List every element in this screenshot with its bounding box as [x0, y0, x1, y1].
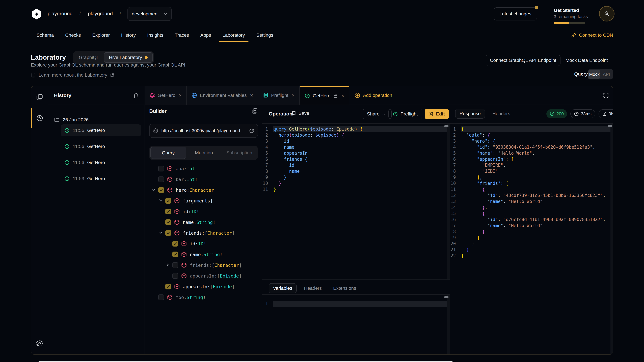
chevron-right-icon[interactable]	[165, 263, 171, 268]
field-checkbox[interactable]	[172, 252, 178, 257]
history-date-group[interactable]: 26 Jan 2026	[54, 117, 88, 123]
field-checkbox[interactable]	[158, 166, 164, 171]
close-icon[interactable]: ×	[341, 93, 344, 99]
latest-changes-button[interactable]: Latest changes	[494, 7, 537, 20]
response-tab-headers[interactable]: Headers	[488, 109, 514, 118]
target-select[interactable]: development	[128, 7, 172, 21]
tree-row-id[interactable]: id: ID!	[144, 206, 262, 217]
lab-mode-option-graphiql[interactable]: GraphiQL	[74, 52, 104, 63]
workspace-tab-environment-variables[interactable]: Environment Variables×	[187, 86, 258, 105]
history-item[interactable]: 11:56GetHero	[61, 157, 141, 169]
lab-mode-option-hive-laboratory[interactable]: Hive Laboratory	[104, 52, 153, 63]
line-number: 6	[262, 156, 273, 162]
mock-data-endpoint-button[interactable]: Mock Data Endpoint	[566, 55, 608, 66]
operation-type-mutation[interactable]: Mutation	[186, 147, 222, 159]
history-item-name: GetHero	[87, 128, 105, 133]
history-item-time: 11:56	[73, 160, 84, 165]
hive-logo-icon[interactable]	[31, 8, 42, 20]
field-checkbox[interactable]	[158, 295, 164, 300]
minimap-track[interactable]	[447, 124, 450, 279]
tree-row-bar[interactable]: bar: Int!	[144, 174, 262, 185]
operation-editor[interactable]: 1query GetHero($episode: Episode) {2 her…	[262, 126, 450, 192]
lock-icon	[333, 93, 338, 98]
field-checkbox[interactable]	[172, 273, 178, 279]
query-mode-mock[interactable]: Mock	[588, 70, 600, 79]
operation-type-query[interactable]: Query	[150, 147, 186, 159]
tree-row-friends[interactable]: friends: [Character]	[144, 228, 262, 238]
breadcrumb-org[interactable]: playground	[48, 11, 72, 16]
trash-icon[interactable]	[132, 92, 139, 99]
response-tab-response[interactable]: Response	[455, 109, 485, 119]
chevron-down-icon[interactable]	[151, 187, 157, 193]
nav-tab-explorer[interactable]: Explorer	[86, 28, 116, 42]
add-operation-button[interactable]: Add operation	[349, 86, 398, 105]
get-started-widget[interactable]: Get Started 3 remaining tasks	[554, 8, 586, 24]
minimap-track[interactable]	[447, 295, 450, 355]
breadcrumb-project[interactable]: playground	[88, 11, 113, 16]
collections-icon[interactable]	[36, 93, 44, 101]
response-viewer[interactable]: 1{2 "data": {3 "hero": {4 "id": "9303830…	[450, 126, 613, 259]
history-item[interactable]: 11:56GetHero	[61, 124, 141, 136]
chevron-down-icon[interactable]	[158, 230, 164, 236]
tree-row-hero[interactable]: hero: Character	[144, 185, 262, 195]
field-checkbox[interactable]	[165, 219, 171, 225]
share-button[interactable]: Share ⋯	[362, 109, 392, 119]
connect-to-cdn-link[interactable]: Connect to CDN	[571, 28, 613, 42]
field-checkbox[interactable]	[172, 241, 178, 247]
field-checkbox[interactable]	[158, 187, 164, 193]
bottom-scrollbar[interactable]	[38, 361, 452, 362]
history-item[interactable]: 11:56GetHero	[61, 140, 141, 152]
edit-button[interactable]: Edit	[425, 109, 449, 119]
endpoint-url-input[interactable]: http://localhost:3000/api/lab/playground	[149, 124, 258, 138]
nav-tab-insights[interactable]: Insights	[142, 28, 169, 42]
tree-row-name[interactable]: name: String!	[144, 249, 262, 260]
chevron-down-icon[interactable]	[158, 198, 164, 203]
io-tab-extensions[interactable]: Extensions	[329, 284, 360, 293]
query-mode-api[interactable]: API	[600, 70, 612, 79]
nav-tab-laboratory[interactable]: Laboratory	[217, 28, 250, 42]
nav-tab-schema[interactable]: Schema	[31, 28, 60, 42]
field-checkbox[interactable]	[165, 230, 171, 236]
workspace-tab-gethero[interactable]: GetHero×	[300, 86, 349, 105]
tree-row-friends[interactable]: friends: [Character]	[144, 260, 262, 271]
tree-row-appearsIn[interactable]: appearsIn: [Episode]!	[144, 281, 262, 292]
collapse-panel-icon[interactable]	[251, 108, 258, 114]
nav-tab-checks[interactable]: Checks	[60, 28, 86, 42]
tree-row-appearsIn[interactable]: appearsIn: [Episode]!	[144, 271, 262, 281]
field-checkbox[interactable]	[165, 198, 171, 204]
field-checkbox[interactable]	[165, 284, 171, 290]
history-item[interactable]: 11:53GetHero	[61, 173, 141, 185]
minimap-track[interactable]	[610, 124, 613, 355]
history-icon[interactable]	[36, 114, 44, 122]
tree-row-foo[interactable]: foo: String!	[144, 292, 262, 303]
tree-row-id[interactable]: id: ID!	[144, 238, 262, 249]
preflight-button[interactable]: Preflight	[388, 109, 422, 119]
io-tab-headers[interactable]: Headers	[300, 284, 326, 293]
io-tab-variables[interactable]: Variables	[269, 283, 297, 293]
tree-row-aaa[interactable]: aaa: Int	[144, 163, 262, 174]
operation-type-subscription[interactable]: Subscription	[222, 147, 257, 159]
variables-editor[interactable]: 1	[262, 301, 450, 307]
connect-graphql-endpoint-button[interactable]: Connect GraphQL API Endpoint	[486, 55, 560, 66]
close-icon[interactable]: ×	[250, 92, 253, 98]
learn-more-link[interactable]: Learn more about the Laboratory	[31, 72, 114, 78]
fullscreen-button[interactable]	[599, 86, 613, 105]
field-checkbox[interactable]	[172, 262, 178, 268]
nav-tab-settings[interactable]: Settings	[250, 28, 279, 42]
gear-icon[interactable]	[36, 339, 44, 347]
save-button[interactable]: Save	[292, 111, 309, 116]
nav-tab-traces[interactable]: Traces	[169, 28, 195, 42]
nav-tab-history[interactable]: History	[116, 28, 142, 42]
code-line: 17 "name": "Hello World"	[450, 223, 613, 229]
more-options-icon[interactable]: ⋯	[382, 111, 387, 117]
tree-row-arguments[interactable]: [arguments]	[144, 195, 262, 206]
workspace-tab-gethero[interactable]: GetHero×	[144, 86, 187, 105]
workspace-tab-preflight[interactable]: Preflight×	[258, 86, 300, 105]
close-icon[interactable]: ×	[292, 92, 295, 98]
field-checkbox[interactable]	[158, 176, 164, 182]
user-avatar[interactable]	[599, 6, 614, 21]
tree-row-name[interactable]: name: String!	[144, 217, 262, 228]
close-icon[interactable]: ×	[179, 92, 182, 98]
nav-tab-apps[interactable]: Apps	[195, 28, 217, 42]
field-checkbox[interactable]	[165, 209, 171, 214]
